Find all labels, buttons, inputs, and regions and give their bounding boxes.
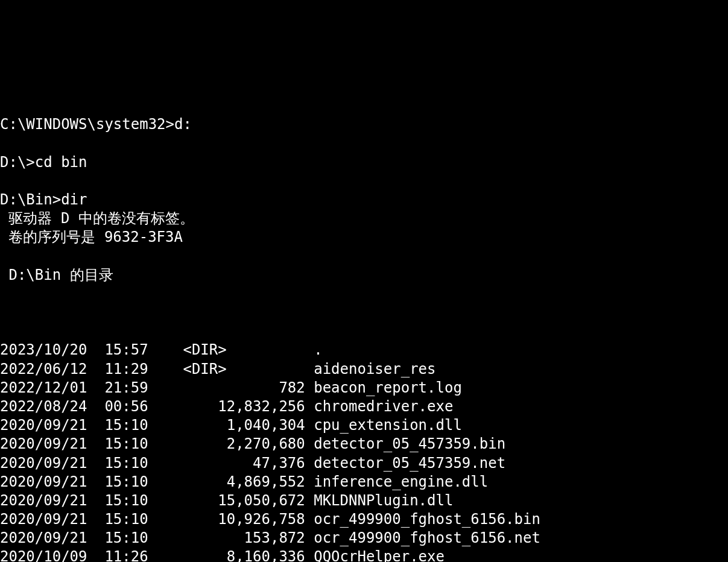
- entry-name: detector_05_457359.net: [314, 455, 505, 472]
- entry-name: .: [314, 341, 322, 358]
- entry-size: 1,040,304: [148, 417, 314, 434]
- entry-size: 10,926,758: [148, 511, 314, 528]
- entry-time: 15:10: [104, 473, 148, 490]
- entry-time: 15:10: [104, 455, 148, 472]
- dir-entry: 2022/08/24 00:56 12,832,256 chromedriver…: [0, 397, 728, 416]
- terminal-line: [0, 285, 728, 303]
- entry-name: inference_engine.dll: [314, 473, 488, 490]
- terminal-output[interactable]: C:\WINDOWS\system32>d: D:\>cd bin D:\Bin…: [0, 75, 728, 562]
- dir-entry: 2020/09/21 15:10 10,926,758 ocr_499900_f…: [0, 510, 728, 529]
- terminal-line: [0, 134, 728, 153]
- dir-entry: 2020/09/21 15:10 15,050,672 MKLDNNPlugin…: [0, 491, 728, 510]
- entry-size: 153,872: [148, 529, 314, 546]
- terminal-line: C:\WINDOWS\system32>d:: [0, 115, 728, 134]
- entry-time: 15:10: [104, 529, 148, 546]
- prompt: C:\WINDOWS\system32>: [0, 116, 174, 133]
- entry-time: 00:56: [104, 398, 148, 415]
- dir-entry: 2020/09/21 15:10 1,040,304 cpu_extension…: [0, 416, 728, 435]
- entry-name: ocr_499900_fghost_6156.net: [314, 529, 540, 546]
- entry-time: 15:10: [104, 492, 148, 509]
- dir-entry: 2020/09/21 15:10 47,376 detector_05_4573…: [0, 454, 728, 473]
- entry-time: 15:10: [104, 511, 148, 528]
- entry-time: 11:29: [104, 361, 148, 377]
- terminal-line: 驱动器 D 中的卷没有标签。: [0, 209, 728, 228]
- entry-date: 2020/09/21: [0, 417, 87, 434]
- dir-entry: 2020/09/21 15:10 153,872 ocr_499900_fgho…: [0, 529, 728, 548]
- entry-date: 2020/09/21: [0, 473, 87, 490]
- prompt: D:\Bin>: [0, 191, 61, 208]
- entry-name: QQOcrHelper.exe: [314, 548, 445, 562]
- entry-date: 2022/08/24: [0, 398, 87, 415]
- entry-name: aidenoiser_res: [314, 361, 435, 377]
- entry-size: 47,376: [148, 455, 314, 472]
- dir-entry: 2022/12/01 21:59 782 beacon_report.log: [0, 379, 728, 397]
- entry-time: 15:57: [104, 341, 148, 358]
- entry-type: <DIR>: [148, 341, 314, 358]
- command: cd bin: [35, 154, 87, 171]
- entry-date: 2022/12/01: [0, 379, 87, 396]
- entry-time: 15:10: [104, 435, 148, 452]
- terminal-line: [0, 247, 728, 265]
- entry-size: 8,160,336: [148, 548, 314, 562]
- terminal-line: D:\>cd bin: [0, 153, 728, 172]
- entry-time: 15:10: [104, 417, 148, 434]
- terminal-line: D:\Bin>dir: [0, 191, 728, 209]
- dir-entry: 2020/09/21 15:10 4,869,552 inference_eng…: [0, 473, 728, 491]
- entry-size: 15,050,672: [148, 492, 314, 509]
- entry-date: 2020/09/21: [0, 492, 87, 509]
- entry-date: 2020/09/21: [0, 455, 87, 472]
- entry-date: 2020/09/21: [0, 529, 87, 546]
- entry-name: beacon_report.log: [314, 379, 462, 396]
- dir-entry: 2020/09/21 15:10 2,270,680 detector_05_4…: [0, 435, 728, 453]
- entry-name: detector_05_457359.bin: [314, 435, 505, 452]
- entry-name: chromedriver.exe: [314, 398, 453, 415]
- entry-date: 2020/09/21: [0, 435, 87, 452]
- entry-size: 782: [148, 379, 314, 396]
- entry-time: 21:59: [104, 379, 148, 396]
- dir-entry: 2023/10/20 15:57 <DIR> .: [0, 341, 728, 359]
- entry-name: ocr_499900_fghost_6156.bin: [314, 511, 540, 528]
- entry-size: 12,832,256: [148, 398, 314, 415]
- entry-size: 2,270,680: [148, 435, 314, 452]
- entry-name: MKLDNNPlugin.dll: [314, 492, 453, 509]
- dir-entry: 2020/10/09 11:26 8,160,336 QQOcrHelper.e…: [0, 548, 728, 562]
- entry-date: 2020/10/09: [0, 548, 87, 562]
- terminal-line: D:\Bin 的目录: [0, 266, 728, 285]
- terminal-line: 卷的序列号是 9632-3F3A: [0, 228, 728, 247]
- command: dir: [61, 191, 87, 208]
- entry-date: 2023/10/20: [0, 341, 87, 358]
- entry-name: cpu_extension.dll: [314, 417, 462, 434]
- command: d:: [174, 116, 192, 133]
- terminal-line: [0, 172, 728, 191]
- dir-entry: 2022/06/12 11:29 <DIR> aidenoiser_res: [0, 360, 728, 379]
- entry-type: <DIR>: [148, 361, 314, 377]
- entry-date: 2020/09/21: [0, 511, 87, 528]
- entry-time: 11:26: [104, 548, 148, 562]
- entry-size: 4,869,552: [148, 473, 314, 490]
- entry-date: 2022/06/12: [0, 361, 87, 377]
- prompt: D:\>: [0, 154, 35, 171]
